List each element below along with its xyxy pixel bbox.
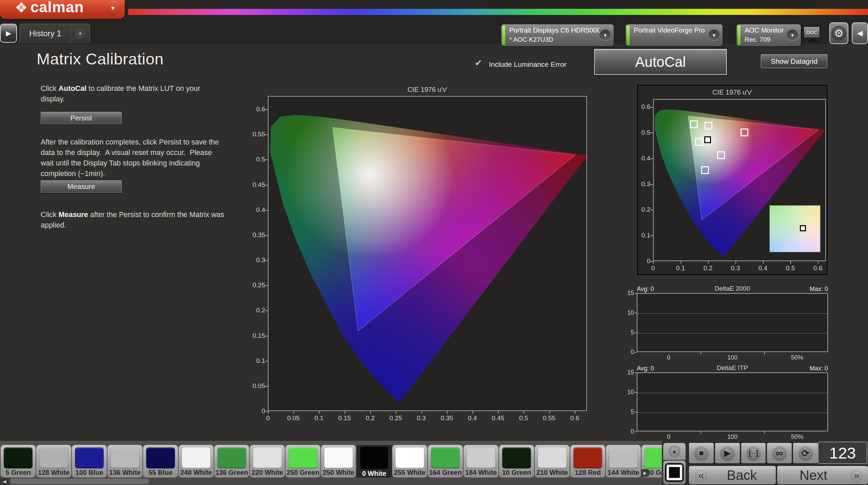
repeat-button[interactable]: ⟳ — [793, 443, 818, 463]
target-marker — [690, 120, 698, 128]
pattern-tile[interactable]: 250 White — [321, 445, 356, 478]
pattern-tile[interactable]: 220 White — [250, 445, 285, 478]
pattern-label: 128 Red — [570, 469, 605, 478]
tab-history-1[interactable]: History 1 + — [19, 24, 90, 43]
pattern-label: 210 White — [535, 469, 570, 478]
collapse-panel-button[interactable]: ◀ — [852, 22, 868, 44]
meter-dropdown[interactable]: Portrait Displays C6 HDR5000* AOC K27U3D… — [501, 24, 614, 46]
pattern-tile[interactable]: 184 White — [463, 445, 498, 478]
pattern-tile[interactable]: 255 White — [392, 445, 427, 478]
horizontal-scrollbar[interactable]: ◀ — [0, 478, 662, 485]
pattern-tile[interactable]: 10 Green — [499, 445, 534, 478]
whitepoint-marker — [704, 136, 711, 143]
ddc-button[interactable]: DDC — [803, 26, 823, 45]
pattern-tile[interactable]: 128 Red — [570, 445, 605, 478]
stop-button[interactable]: ■ — [689, 443, 714, 463]
continuous-button[interactable]: ∞ — [767, 443, 792, 463]
pattern-color-chip — [502, 447, 531, 468]
calman-menu-button[interactable]: ❖ calman ▼ — [0, 0, 125, 19]
instruction-paragraph-1: Click AutoCal to calibrate the Matrix LU… — [41, 83, 258, 104]
pattern-tile[interactable]: 136 White — [107, 445, 142, 478]
persist-button[interactable]: Persist — [41, 112, 122, 124]
x-tick-label: 0.4 — [753, 265, 773, 272]
pattern-tile[interactable]: 250 Green — [285, 445, 320, 478]
monitor-icon: DDC — [803, 26, 821, 39]
pattern-color-chip — [645, 447, 662, 468]
scrollbar-thumb[interactable] — [10, 479, 149, 484]
target-marker — [717, 151, 725, 159]
pattern-tile[interactable]: 128 White — [36, 445, 71, 478]
settings-button[interactable]: ⚙ — [829, 22, 848, 44]
step-range-button-icon: [··] — [746, 446, 761, 461]
pattern-color-chip — [431, 447, 460, 468]
page-title: Matrix Calibration — [37, 50, 164, 68]
autocal-button[interactable]: AutoCal — [594, 49, 727, 75]
y-tick-label: 10 — [616, 389, 634, 396]
x-tick-label: 0.05 — [283, 414, 303, 422]
scroll-left-arrow-icon[interactable]: ◀ — [0, 478, 9, 485]
source-dropdown[interactable]: Portrait VideoForge Pro▼ — [626, 24, 723, 46]
show-datagrid-button[interactable]: Show Datagrid — [761, 54, 827, 68]
pattern-tile[interactable]: 55 Blue — [143, 445, 178, 478]
target-marker — [741, 129, 748, 136]
next-button[interactable]: Next » — [777, 466, 868, 484]
pattern-tile[interactable]: 100 Blue — [72, 445, 107, 478]
display-dropdown[interactable]: AOC MonitorRec. 709▼ — [736, 24, 801, 46]
pattern-tile[interactable]: 164 Green — [428, 445, 463, 478]
x-tick-label: 0 — [258, 414, 278, 422]
connected-indicator — [737, 25, 741, 45]
pattern-label: 55 Blue — [143, 469, 178, 478]
play-button[interactable]: ▶ — [715, 443, 740, 463]
panel-title: DeltaE 2000 — [637, 285, 828, 292]
pattern-tile[interactable]: 210 White — [535, 445, 570, 478]
chevrons-right-icon: » — [850, 468, 863, 482]
pattern-window-button[interactable] — [663, 461, 686, 484]
pattern-tile-selected[interactable]: 0 White — [357, 445, 392, 478]
chevron-down-icon: ▼ — [787, 30, 798, 41]
pattern-tile[interactable]: 136 Green — [214, 445, 249, 478]
pattern-label: 136 Green — [214, 469, 249, 478]
y-tick-label: 0.1 — [244, 357, 265, 365]
pattern-color-chip — [360, 446, 389, 469]
y-tick-label: 0.35 — [244, 231, 265, 239]
repeat-button-icon: ⟳ — [798, 446, 813, 461]
gear-icon: ⚙ — [831, 26, 846, 41]
target-marker — [701, 166, 709, 174]
pattern-tile[interactable]: 5 Green — [1, 445, 36, 478]
y-tick-label: 15 — [616, 369, 634, 376]
x-tick-label: 0 — [643, 265, 663, 272]
pattern-tile[interactable]: 144 White — [606, 445, 641, 478]
connected-indicator — [502, 25, 505, 45]
small-cie-chart-title: CIE 1976 u'v' — [638, 89, 827, 96]
include-luminance-checkbox[interactable]: ✔ — [475, 58, 482, 69]
pattern-tile[interactable]: 240 White — [179, 445, 214, 478]
back-button[interactable]: « Back — [689, 466, 776, 484]
calman-menu-chevron-icon[interactable]: ▼ — [106, 1, 119, 14]
include-luminance-label: Include Luminance Error — [489, 60, 567, 69]
y-tick-label: 0.55 — [244, 131, 265, 138]
y-tick-label: 15 — [616, 290, 634, 297]
measure-button[interactable]: Measure — [41, 180, 122, 193]
deltae-itp-panel — [637, 372, 828, 431]
x-tick-label: 0.4 — [462, 414, 482, 422]
pattern-color-chip — [217, 447, 246, 468]
pattern-color-chip — [289, 447, 317, 468]
y-tick-label: 0.4 — [629, 155, 650, 162]
pattern-panel-expand-button[interactable]: ▲ — [663, 443, 686, 460]
x-tick-label: 0.2 — [360, 414, 380, 422]
x-tick-label: 50% — [784, 433, 811, 441]
swatch-scroll-right-button[interactable]: ▶ — [641, 469, 649, 477]
y-tick-label: 5 — [616, 408, 634, 415]
expand-sidebar-button[interactable]: ▶ — [0, 24, 17, 43]
add-tab-button[interactable]: + — [71, 24, 90, 43]
chevrons-left-icon: « — [694, 468, 708, 482]
pattern-label: 164 Green — [428, 469, 463, 478]
pattern-label: 220 White — [250, 469, 285, 478]
pattern-window-icon — [665, 463, 684, 482]
pattern-color-chip — [146, 447, 175, 468]
pattern-label: 10 Green — [499, 469, 534, 478]
x-tick-label: 0.1 — [309, 414, 329, 422]
step-range-button[interactable]: [··] — [741, 443, 766, 463]
tab-label: History 1 — [20, 29, 71, 38]
divider — [801, 25, 802, 45]
